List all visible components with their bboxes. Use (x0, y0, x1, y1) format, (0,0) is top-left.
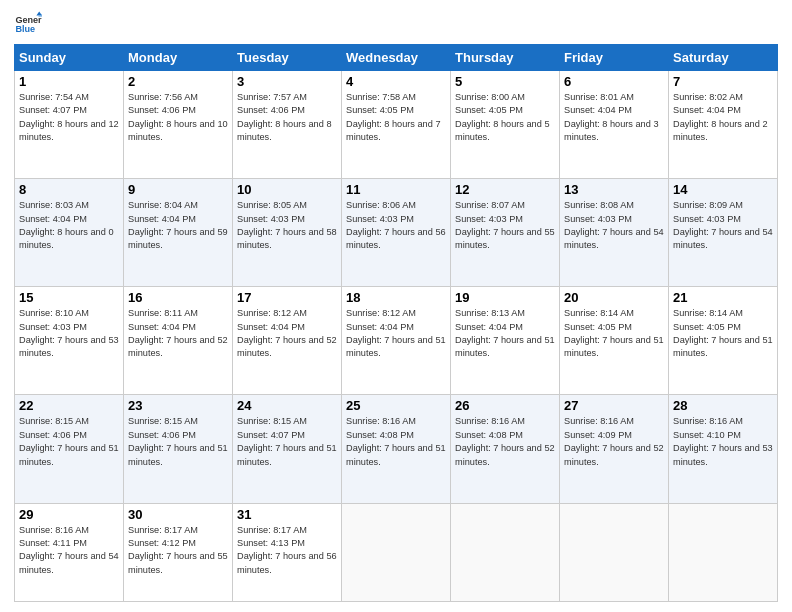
calendar-cell: 21Sunrise: 8:14 AMSunset: 4:05 PMDayligh… (669, 287, 778, 395)
day-number: 16 (128, 290, 228, 305)
day-number: 21 (673, 290, 773, 305)
calendar-cell: 9Sunrise: 8:04 AMSunset: 4:04 PMDaylight… (124, 179, 233, 287)
calendar-cell (342, 503, 451, 601)
day-number: 6 (564, 74, 664, 89)
day-info: Sunrise: 8:14 AMSunset: 4:05 PMDaylight:… (673, 307, 773, 360)
logo-icon: General Blue (14, 10, 42, 38)
day-number: 1 (19, 74, 119, 89)
day-info: Sunrise: 8:01 AMSunset: 4:04 PMDaylight:… (564, 91, 664, 144)
day-info: Sunrise: 8:17 AMSunset: 4:13 PMDaylight:… (237, 524, 337, 577)
day-info: Sunrise: 8:13 AMSunset: 4:04 PMDaylight:… (455, 307, 555, 360)
calendar-week-3: 15Sunrise: 8:10 AMSunset: 4:03 PMDayligh… (15, 287, 778, 395)
day-number: 23 (128, 398, 228, 413)
day-info: Sunrise: 8:10 AMSunset: 4:03 PMDaylight:… (19, 307, 119, 360)
day-info: Sunrise: 8:15 AMSunset: 4:06 PMDaylight:… (128, 415, 228, 468)
day-info: Sunrise: 8:16 AMSunset: 4:11 PMDaylight:… (19, 524, 119, 577)
day-info: Sunrise: 7:58 AMSunset: 4:05 PMDaylight:… (346, 91, 446, 144)
day-info: Sunrise: 7:57 AMSunset: 4:06 PMDaylight:… (237, 91, 337, 144)
day-info: Sunrise: 8:02 AMSunset: 4:04 PMDaylight:… (673, 91, 773, 144)
calendar-cell: 2Sunrise: 7:56 AMSunset: 4:06 PMDaylight… (124, 71, 233, 179)
day-number: 26 (455, 398, 555, 413)
day-number: 15 (19, 290, 119, 305)
day-info: Sunrise: 8:15 AMSunset: 4:07 PMDaylight:… (237, 415, 337, 468)
svg-text:Blue: Blue (15, 24, 35, 34)
calendar-cell: 15Sunrise: 8:10 AMSunset: 4:03 PMDayligh… (15, 287, 124, 395)
day-info: Sunrise: 8:14 AMSunset: 4:05 PMDaylight:… (564, 307, 664, 360)
day-number: 18 (346, 290, 446, 305)
weekday-saturday: Saturday (669, 45, 778, 71)
day-number: 17 (237, 290, 337, 305)
weekday-tuesday: Tuesday (233, 45, 342, 71)
calendar-week-5: 29Sunrise: 8:16 AMSunset: 4:11 PMDayligh… (15, 503, 778, 601)
calendar-cell: 24Sunrise: 8:15 AMSunset: 4:07 PMDayligh… (233, 395, 342, 503)
day-number: 3 (237, 74, 337, 89)
calendar-cell: 16Sunrise: 8:11 AMSunset: 4:04 PMDayligh… (124, 287, 233, 395)
day-info: Sunrise: 8:03 AMSunset: 4:04 PMDaylight:… (19, 199, 119, 252)
day-info: Sunrise: 7:56 AMSunset: 4:06 PMDaylight:… (128, 91, 228, 144)
calendar-cell: 30Sunrise: 8:17 AMSunset: 4:12 PMDayligh… (124, 503, 233, 601)
day-number: 30 (128, 507, 228, 522)
calendar-cell: 5Sunrise: 8:00 AMSunset: 4:05 PMDaylight… (451, 71, 560, 179)
day-info: Sunrise: 8:00 AMSunset: 4:05 PMDaylight:… (455, 91, 555, 144)
calendar-cell: 18Sunrise: 8:12 AMSunset: 4:04 PMDayligh… (342, 287, 451, 395)
day-info: Sunrise: 8:16 AMSunset: 4:08 PMDaylight:… (346, 415, 446, 468)
calendar-cell (669, 503, 778, 601)
day-info: Sunrise: 8:09 AMSunset: 4:03 PMDaylight:… (673, 199, 773, 252)
day-info: Sunrise: 8:06 AMSunset: 4:03 PMDaylight:… (346, 199, 446, 252)
logo: General Blue (14, 10, 42, 38)
day-info: Sunrise: 8:16 AMSunset: 4:09 PMDaylight:… (564, 415, 664, 468)
day-number: 24 (237, 398, 337, 413)
day-info: Sunrise: 8:17 AMSunset: 4:12 PMDaylight:… (128, 524, 228, 577)
calendar-cell: 31Sunrise: 8:17 AMSunset: 4:13 PMDayligh… (233, 503, 342, 601)
calendar-cell: 13Sunrise: 8:08 AMSunset: 4:03 PMDayligh… (560, 179, 669, 287)
calendar-cell: 11Sunrise: 8:06 AMSunset: 4:03 PMDayligh… (342, 179, 451, 287)
day-number: 8 (19, 182, 119, 197)
calendar-cell: 19Sunrise: 8:13 AMSunset: 4:04 PMDayligh… (451, 287, 560, 395)
day-info: Sunrise: 8:08 AMSunset: 4:03 PMDaylight:… (564, 199, 664, 252)
calendar-week-1: 1Sunrise: 7:54 AMSunset: 4:07 PMDaylight… (15, 71, 778, 179)
day-number: 10 (237, 182, 337, 197)
calendar-week-4: 22Sunrise: 8:15 AMSunset: 4:06 PMDayligh… (15, 395, 778, 503)
day-number: 12 (455, 182, 555, 197)
day-number: 25 (346, 398, 446, 413)
calendar-cell: 17Sunrise: 8:12 AMSunset: 4:04 PMDayligh… (233, 287, 342, 395)
day-info: Sunrise: 8:15 AMSunset: 4:06 PMDaylight:… (19, 415, 119, 468)
calendar-cell: 22Sunrise: 8:15 AMSunset: 4:06 PMDayligh… (15, 395, 124, 503)
day-info: Sunrise: 8:16 AMSunset: 4:10 PMDaylight:… (673, 415, 773, 468)
day-info: Sunrise: 8:12 AMSunset: 4:04 PMDaylight:… (346, 307, 446, 360)
day-number: 13 (564, 182, 664, 197)
calendar-cell: 29Sunrise: 8:16 AMSunset: 4:11 PMDayligh… (15, 503, 124, 601)
day-info: Sunrise: 8:12 AMSunset: 4:04 PMDaylight:… (237, 307, 337, 360)
weekday-header-row: SundayMondayTuesdayWednesdayThursdayFrid… (15, 45, 778, 71)
calendar-cell: 7Sunrise: 8:02 AMSunset: 4:04 PMDaylight… (669, 71, 778, 179)
weekday-wednesday: Wednesday (342, 45, 451, 71)
calendar-cell: 14Sunrise: 8:09 AMSunset: 4:03 PMDayligh… (669, 179, 778, 287)
calendar-cell: 27Sunrise: 8:16 AMSunset: 4:09 PMDayligh… (560, 395, 669, 503)
calendar-cell: 1Sunrise: 7:54 AMSunset: 4:07 PMDaylight… (15, 71, 124, 179)
page: General Blue SundayMondayTuesdayWednesda… (0, 0, 792, 612)
day-number: 19 (455, 290, 555, 305)
calendar-cell: 6Sunrise: 8:01 AMSunset: 4:04 PMDaylight… (560, 71, 669, 179)
calendar-cell: 10Sunrise: 8:05 AMSunset: 4:03 PMDayligh… (233, 179, 342, 287)
day-number: 22 (19, 398, 119, 413)
day-number: 5 (455, 74, 555, 89)
day-number: 4 (346, 74, 446, 89)
calendar-cell (560, 503, 669, 601)
day-number: 31 (237, 507, 337, 522)
day-number: 7 (673, 74, 773, 89)
svg-text:General: General (15, 15, 42, 25)
weekday-friday: Friday (560, 45, 669, 71)
calendar-cell: 12Sunrise: 8:07 AMSunset: 4:03 PMDayligh… (451, 179, 560, 287)
day-number: 28 (673, 398, 773, 413)
calendar-cell (451, 503, 560, 601)
calendar-cell: 8Sunrise: 8:03 AMSunset: 4:04 PMDaylight… (15, 179, 124, 287)
weekday-thursday: Thursday (451, 45, 560, 71)
calendar-header: SundayMondayTuesdayWednesdayThursdayFrid… (15, 45, 778, 71)
day-info: Sunrise: 8:05 AMSunset: 4:03 PMDaylight:… (237, 199, 337, 252)
day-info: Sunrise: 8:16 AMSunset: 4:08 PMDaylight:… (455, 415, 555, 468)
day-number: 2 (128, 74, 228, 89)
calendar-cell: 20Sunrise: 8:14 AMSunset: 4:05 PMDayligh… (560, 287, 669, 395)
day-number: 27 (564, 398, 664, 413)
day-number: 20 (564, 290, 664, 305)
calendar-cell: 28Sunrise: 8:16 AMSunset: 4:10 PMDayligh… (669, 395, 778, 503)
